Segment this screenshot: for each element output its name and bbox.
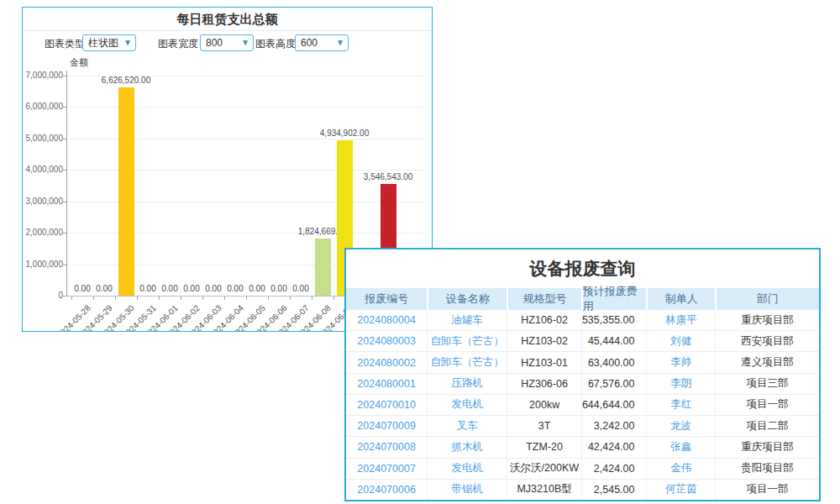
bar-zero-label: 0.00 xyxy=(161,284,177,293)
column-header: 报废编号 xyxy=(346,288,427,310)
table-cell-link[interactable]: 龙波 xyxy=(646,416,715,436)
table-cell-link[interactable]: 李帅 xyxy=(646,352,715,372)
table-cell: 项目二部 xyxy=(715,416,819,436)
table-cell-link[interactable]: 刘健 xyxy=(646,331,715,351)
table-cell-link[interactable]: 2024080003 xyxy=(346,331,427,351)
y-axis-line xyxy=(66,71,67,297)
x-axis-tick xyxy=(159,297,160,300)
chart-panel-title: 每日租赁支出总额 xyxy=(23,8,432,31)
table-cell-link[interactable]: 2024070007 xyxy=(346,459,427,479)
table-cell: 2,424.00 xyxy=(581,459,647,479)
table-cell: 644,644.00 xyxy=(581,395,647,415)
table-cell: 西安项目部 xyxy=(715,331,819,351)
column-header: 部门 xyxy=(715,288,819,310)
y-axis-tick-label: 7,000,000 xyxy=(23,71,63,80)
x-axis-date-label: 2024-05-28 xyxy=(23,303,92,331)
table-cell-link[interactable]: 叉车 xyxy=(427,416,507,436)
bar-zero-label: 0.00 xyxy=(249,284,265,293)
table-cell: 3T xyxy=(507,416,580,436)
table-row: 2024080003自卸车（芒古）HZ103-0245,444.00刘健西安项目… xyxy=(346,331,819,352)
table-cell: HZ306-06 xyxy=(507,374,580,394)
table-cell-link[interactable]: 金伟 xyxy=(646,459,715,479)
table-cell: 项目三部 xyxy=(715,374,819,394)
table-cell: 项目一部 xyxy=(715,480,819,500)
table-cell: 200kw xyxy=(507,395,580,415)
table-cell: 535,355.00 xyxy=(581,310,647,330)
table-cell: 遵义项目部 xyxy=(715,352,819,372)
table-cell-link[interactable]: 张鑫 xyxy=(646,437,715,457)
table-body: 2024080004油罐车HZ106-02535,355.00林康平重庆项目部2… xyxy=(346,310,819,500)
table-cell-link[interactable]: 自卸车（芒古） xyxy=(427,352,507,372)
table-cell: 重庆项目部 xyxy=(715,437,819,457)
chart-height-value: 600 xyxy=(301,37,318,49)
bar-zero-label: 0.00 xyxy=(183,284,199,293)
chart-width-value: 800 xyxy=(206,37,223,49)
table-cell-link[interactable]: 2024070008 xyxy=(346,437,427,457)
chevron-down-icon: ▼ xyxy=(123,35,132,50)
table-cell-link[interactable]: 李朗 xyxy=(646,374,715,394)
table-row: 2024070008抓木机TZM-2042,424.00张鑫重庆项目部 xyxy=(346,437,819,458)
chart-bar[interactable] xyxy=(118,87,134,296)
x-axis-tick xyxy=(312,297,312,300)
table-panel-title: 设备报废查询 xyxy=(346,249,819,288)
table-cell-link[interactable]: 李红 xyxy=(646,395,715,415)
table-cell-link[interactable]: 带锯机 xyxy=(427,480,507,500)
column-header: 制单人 xyxy=(646,288,715,310)
table-cell: 项目一部 xyxy=(715,395,819,415)
chart-type-select[interactable]: 柱状图 ▼ xyxy=(82,34,136,51)
table-cell-link[interactable]: 发电机 xyxy=(427,459,507,479)
bar-value-label: 3,546,543.00 xyxy=(364,172,412,181)
table-cell: 45,444.00 xyxy=(581,331,647,351)
table-cell-link[interactable]: 2024070009 xyxy=(346,416,427,436)
table-cell-link[interactable]: 2024070010 xyxy=(346,395,427,415)
bar-zero-label: 0.00 xyxy=(292,284,308,293)
bar-zero-label: 0.00 xyxy=(139,284,155,293)
column-header: 设备名称 xyxy=(427,288,507,310)
table-cell: 42,424.00 xyxy=(581,437,647,457)
table-cell-link[interactable]: 林康平 xyxy=(646,310,715,330)
table-cell-link[interactable]: 2024080002 xyxy=(346,352,427,372)
table-row: 2024080002自卸车（芒古）HZ103-0163,400.00李帅遵义项目… xyxy=(346,352,819,373)
x-axis-tick xyxy=(93,297,94,300)
table-cell: 67,576.00 xyxy=(581,374,647,394)
chart-type-value: 柱状图 xyxy=(88,37,118,49)
table-cell: MJ3210B型 xyxy=(507,480,580,500)
x-axis-tick xyxy=(290,297,291,300)
table-cell: 2,545.00 xyxy=(581,480,647,500)
table-cell-link[interactable]: 2024080001 xyxy=(346,374,427,394)
chart-height-select[interactable]: 600 ▼ xyxy=(295,34,349,51)
bar-zero-label: 0.00 xyxy=(74,284,90,293)
table-cell-link[interactable]: 压路机 xyxy=(427,374,507,394)
x-axis-tick xyxy=(224,297,225,300)
table-cell-link[interactable]: 油罐车 xyxy=(427,310,507,330)
table-cell-link[interactable]: 2024080004 xyxy=(346,310,427,330)
table-cell-link[interactable]: 何芷茵 xyxy=(646,480,715,500)
chart-bar[interactable] xyxy=(315,239,331,296)
x-axis-tick xyxy=(71,297,72,300)
bar-zero-label: 0.00 xyxy=(227,284,243,293)
chart-width-select[interactable]: 800 ▼ xyxy=(200,34,254,51)
table-row: 2024080004油罐车HZ106-02535,355.00林康平重庆项目部 xyxy=(346,310,819,331)
x-axis-tick xyxy=(202,297,203,300)
x-axis-tick xyxy=(268,297,269,300)
column-header: 规格型号 xyxy=(507,288,580,310)
y-axis-tick-label: 3,000,000 xyxy=(23,197,63,206)
y-axis-tick-label: 6,000,000 xyxy=(23,102,63,111)
table-cell-link[interactable]: 发电机 xyxy=(427,395,507,415)
table-cell: 3,242.00 xyxy=(581,416,647,436)
x-axis-tick xyxy=(137,297,138,300)
table-cell: HZ106-02 xyxy=(507,310,580,330)
bar-zero-label: 0.00 xyxy=(270,284,286,293)
y-axis-tick-label: 4,000,000 xyxy=(23,165,63,174)
table-cell-link[interactable]: 自卸车（芒古） xyxy=(427,331,507,351)
bar-value-label: 4,934,902.00 xyxy=(320,129,369,138)
bar-zero-label: 0.00 xyxy=(96,284,112,293)
table-cell: HZ103-02 xyxy=(507,331,580,351)
table-cell-link[interactable]: 抓木机 xyxy=(427,437,507,457)
table-cell: HZ103-01 xyxy=(507,352,580,372)
bar-value-label: 6,626,520.00 xyxy=(102,76,150,85)
table-cell-link[interactable]: 2024070006 xyxy=(346,480,427,500)
table-cell: 贵阳项目部 xyxy=(715,459,819,479)
chart-controls: 图表类型： 柱状图 ▼ 图表宽度： 800 ▼ 图表高度： 600 ▼ xyxy=(23,32,432,55)
bar-zero-label: 0.00 xyxy=(205,284,221,293)
